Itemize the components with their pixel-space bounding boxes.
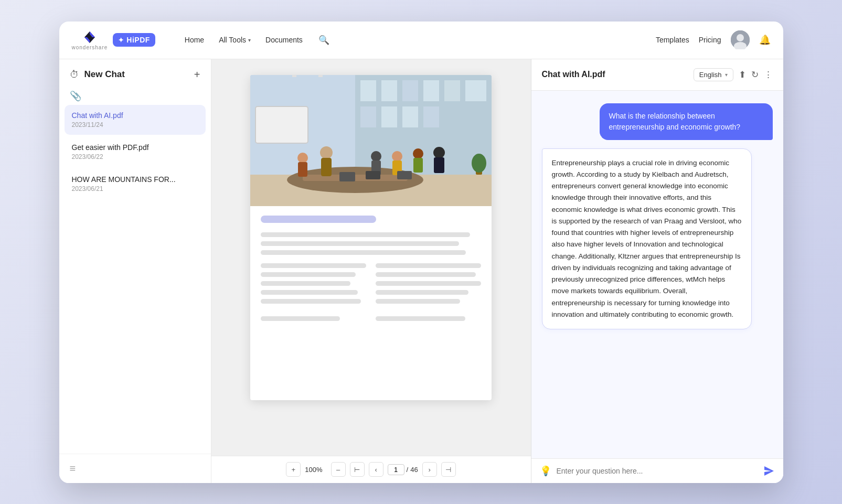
svg-point-30 [433,147,445,158]
collapse-icon[interactable]: ≡ [70,463,76,474]
meeting-svg [250,75,492,206]
svg-point-22 [297,153,308,163]
main-content: ⏱ New Chat + 📎 Chat with AI.pdf 2023/11/… [59,59,783,483]
pdf-col-line [261,299,361,304]
chat-item-date-2: 2023/06/21 [72,185,198,192]
hipdf-icon: ✦ [118,36,124,44]
prev-page-button[interactable]: ‹ [369,462,383,477]
svg-rect-16 [318,75,323,77]
avatar-image [731,30,750,49]
brand-label: wondershare [72,45,108,50]
pdf-line [261,232,470,237]
pdf-canvas-wrapper[interactable] [211,59,531,456]
send-button[interactable] [763,465,775,477]
share-icon[interactable]: ⋮ [764,69,773,80]
svg-point-24 [371,151,381,162]
svg-rect-32 [255,106,308,143]
sidebar: ⏱ New Chat + 📎 Chat with AI.pdf 2023/11/… [59,59,211,483]
chat-item-title-2: HOW ARE MOUNTAINS FOR... [72,175,198,184]
download-icon[interactable]: ⬆ [739,69,746,80]
svg-point-37 [472,154,486,173]
svg-point-1 [737,34,744,41]
page-indicator: / 46 [388,464,418,475]
search-icon[interactable]: 🔍 [315,31,333,49]
total-pages: 46 [410,466,418,474]
svg-rect-12 [381,106,397,127]
chat-item-1[interactable]: Get easier with PDF.pdf 2023/06/22 [65,137,206,167]
ai-message: Entrepreneurship plays a crucial role in… [542,148,752,330]
current-page-input[interactable] [388,464,404,475]
chat-input-area: 💡 [531,458,783,483]
nav-home[interactable]: Home [178,33,210,47]
language-selector[interactable]: English ▾ [694,68,733,81]
pdf-viewer-area: + 100% – ⊢ ‹ / 46 › ⊣ [211,59,531,483]
chat-item-0[interactable]: Chat with AI.pdf 2023/11/24 [65,105,206,135]
svg-rect-34 [366,171,380,179]
svg-rect-35 [397,171,412,179]
zoom-level: 100% [305,466,322,474]
navbar-right: Templates Pricing 🔔 [656,30,771,49]
pdf-line [261,250,466,255]
pdf-col-line [376,281,481,286]
last-page-button[interactable]: ⊣ [441,462,456,477]
sidebar-title: New Chat [84,69,189,80]
bell-icon[interactable]: 🔔 [759,34,771,46]
send-icon [763,465,775,477]
pdf-line [261,241,459,246]
pdf-col-line [261,272,356,277]
hipdf-badge[interactable]: ✦ HiPDF [113,33,155,47]
meeting-scene [250,75,492,206]
nav-links: Home All Tools ▾ Documents 🔍 [178,31,333,49]
pdf-col-line [261,263,366,268]
navbar: wondershare ✦ HiPDF Home All Tools ▾ Doc… [59,22,783,59]
chat-panel-title: Chat with AI.pdf [542,70,688,79]
chat-header: Chat with AI.pdf English ▾ ⬆ ↻ ⋮ [531,59,783,91]
svg-rect-29 [413,158,423,173]
pdf-col-line [376,299,460,304]
pdf-col-line [261,316,340,321]
nav-pricing[interactable]: Pricing [699,36,721,44]
first-page-button[interactable]: ⊢ [350,462,365,477]
wondershare-icon [80,30,99,45]
refresh-icon[interactable]: ↻ [751,69,759,80]
pdf-col-line [261,290,358,295]
svg-rect-21 [321,158,332,176]
hipdf-label: HiPDF [126,36,150,44]
add-chat-button[interactable]: + [194,69,200,81]
avatar[interactable] [731,30,750,49]
pdf-two-col [261,263,481,304]
sidebar-bottom: ≡ [59,454,211,483]
language-label: English [699,71,722,79]
svg-point-26 [392,151,402,162]
wondershare-logo: wondershare [72,30,108,50]
svg-rect-11 [360,106,376,127]
pdf-col-line [376,290,468,295]
next-page-button[interactable]: › [422,462,437,477]
chat-input[interactable] [557,467,758,475]
chat-item-title-1: Get easier with PDF.pdf [72,143,198,152]
pdf-col-line [376,272,476,277]
svg-rect-33 [339,172,355,181]
chat-item-2[interactable]: HOW ARE MOUNTAINS FOR... 2023/06/21 [65,169,206,199]
pdf-image-area [250,75,492,206]
svg-rect-10 [465,80,486,101]
pdf-text-area [250,206,492,400]
nav-templates[interactable]: Templates [656,36,689,44]
brand-logo-group: wondershare ✦ HiPDF [72,30,155,50]
user-message: What is the relationship between entrepr… [600,103,773,140]
pdf-col-line [261,281,350,286]
pdf-two-col-bottom [261,316,481,321]
all-tools-chevron-icon: ▾ [248,37,251,43]
nav-all-tools[interactable]: All Tools ▾ [212,33,257,47]
svg-point-28 [413,148,423,159]
svg-rect-7 [402,80,418,101]
sidebar-header: ⏱ New Chat + [59,59,211,90]
svg-rect-6 [381,80,397,101]
lightbulb-icon: 💡 [540,465,551,477]
nav-documents[interactable]: Documents [259,33,309,47]
zoom-out-button[interactable]: – [331,462,346,477]
attachment-icon: 📎 [59,90,211,105]
svg-point-20 [320,146,333,159]
zoom-in-button[interactable]: + [286,462,301,477]
chat-panel: Chat with AI.pdf English ▾ ⬆ ↻ ⋮ What is… [531,59,783,483]
